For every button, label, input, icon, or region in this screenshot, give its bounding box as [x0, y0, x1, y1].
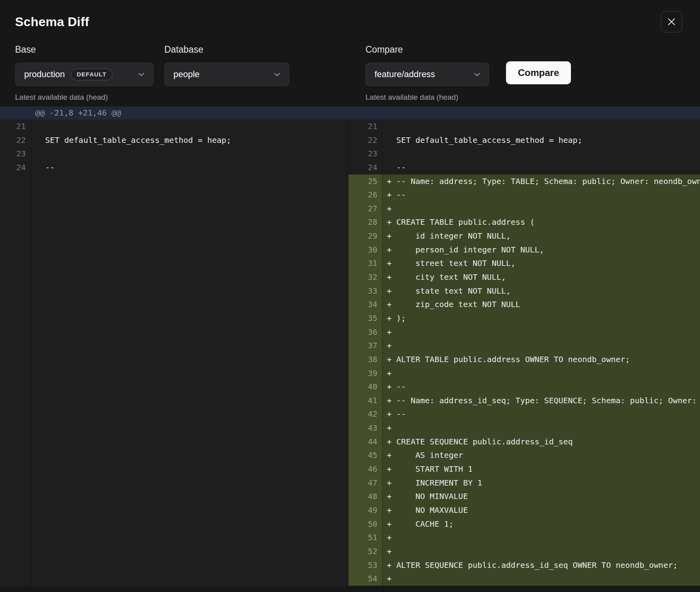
base-select[interactable]: production DEFAULT [15, 63, 154, 86]
pane-filler [0, 175, 348, 586]
diff-right-pane: 21 22 SET default_table_access_method = … [348, 120, 700, 586]
line-content: + ALTER TABLE public.address OWNER TO ne… [382, 353, 700, 366]
base-hint: Latest available data (head) [15, 93, 154, 102]
diff-line: 38+ ALTER TABLE public.address OWNER TO … [348, 353, 700, 366]
diff-line: 24 -- [0, 161, 348, 175]
line-number: 35 [348, 311, 382, 325]
line-content: + -- Name: address; Type: TABLE; Schema:… [382, 175, 700, 188]
line-number: 36 [348, 325, 382, 339]
line-number: 42 [348, 407, 382, 421]
line-content [31, 120, 348, 133]
line-content: + city text NOT NULL, [382, 270, 700, 284]
database-label: Database [164, 44, 289, 55]
diff-line: 54+ [348, 572, 700, 586]
database-column: Database people [164, 44, 289, 86]
diff-line: 51+ [348, 531, 700, 545]
diff-line: 34+ zip_code text NOT NULL [348, 298, 700, 311]
line-number: 44 [348, 435, 382, 449]
database-value: people [173, 69, 200, 80]
line-number: 45 [348, 448, 382, 462]
line-content: + state text NOT NULL, [382, 284, 700, 298]
diff-line: 39+ [348, 366, 700, 380]
base-value: production [24, 69, 65, 80]
line-number: 27 [348, 202, 382, 216]
diff-line: 36+ [348, 325, 700, 339]
close-icon [666, 17, 677, 27]
line-number: 43 [348, 421, 382, 435]
line-number: 25 [348, 175, 382, 188]
line-number: 24 [348, 161, 382, 175]
page-title: Schema Diff [15, 15, 89, 29]
diff-line: 26+ -- [348, 188, 700, 202]
line-content: + NO MAXVALUE [382, 503, 700, 517]
line-content: + START WITH 1 [382, 462, 700, 476]
line-content: + -- [382, 380, 700, 394]
diff-line: 49+ NO MAXVALUE [348, 503, 700, 517]
diff-line: 33+ state text NOT NULL, [348, 284, 700, 298]
diff-line: 31+ street text NOT NULL, [348, 256, 700, 270]
line-content: + -- [382, 188, 700, 202]
controls-bar: Base production DEFAULT Latest available… [0, 41, 700, 102]
modal-header: Schema Diff [0, 0, 700, 41]
line-content: + zip_code text NOT NULL [382, 298, 700, 311]
line-content: + [382, 339, 700, 353]
line-number: 51 [348, 531, 382, 545]
line-content: + [382, 325, 700, 339]
diff-line: 23 [348, 147, 700, 161]
compare-button[interactable]: Compare [506, 61, 571, 84]
diff-line: 25+ -- Name: address; Type: TABLE; Schem… [348, 175, 700, 188]
diff-line: 45+ AS integer [348, 448, 700, 462]
diff-line: 22 SET default_table_access_method = hea… [0, 133, 348, 147]
line-content: + [382, 572, 700, 586]
line-content: + CREATE SEQUENCE public.address_id_seq [382, 435, 700, 449]
line-content [382, 147, 700, 161]
line-content: + INCREMENT BY 1 [382, 476, 700, 490]
diff-line: 23 [0, 147, 348, 161]
diff-line: 21 [348, 120, 700, 133]
diff-line: 41+ -- Name: address_id_seq; Type: SEQUE… [348, 394, 700, 408]
line-number: 34 [348, 298, 382, 311]
default-badge: DEFAULT [71, 68, 112, 80]
line-number: 23 [348, 147, 382, 161]
line-content: + id integer NOT NULL, [382, 229, 700, 243]
database-select[interactable]: people [164, 63, 289, 86]
line-content: + [382, 545, 700, 558]
line-number: 52 [348, 545, 382, 558]
line-number: 21 [348, 120, 382, 133]
diff-line: 28+ CREATE TABLE public.address ( [348, 215, 700, 229]
diff-line: 27+ [348, 202, 700, 216]
diff-left-pane: 21 22 SET default_table_access_method = … [0, 120, 348, 586]
line-content: + [382, 202, 700, 216]
line-number: 41 [348, 394, 382, 408]
close-button[interactable] [661, 11, 682, 32]
diff-line: 48+ NO MINVALUE [348, 490, 700, 503]
line-number: 22 [0, 133, 31, 147]
line-content [31, 147, 348, 161]
compare-select[interactable]: feature/address [365, 63, 489, 86]
line-number: 24 [0, 161, 31, 175]
compare-column: Compare feature/address Latest available… [365, 44, 489, 102]
diff-line: 30+ person_id integer NOT NULL, [348, 243, 700, 257]
diff-line: 40+ -- [348, 380, 700, 394]
line-number: 21 [0, 120, 31, 133]
base-column: Base production DEFAULT Latest available… [15, 44, 154, 102]
line-content: + CACHE 1; [382, 517, 700, 531]
line-number: 49 [348, 503, 382, 517]
line-content: + -- Name: address_id_seq; Type: SEQUENC… [382, 394, 700, 408]
line-number: 22 [348, 133, 382, 147]
diff-line: 37+ [348, 339, 700, 353]
line-content: SET default_table_access_method = heap; [382, 133, 700, 147]
line-number: 31 [348, 256, 382, 270]
diff-line: 22 SET default_table_access_method = hea… [348, 133, 700, 147]
schema-diff-modal: Schema Diff Base production DEFAULT [0, 0, 700, 586]
line-content: + [382, 421, 700, 435]
line-content [382, 120, 700, 133]
diff-line: 24 -- [348, 161, 700, 175]
line-content: + [382, 366, 700, 380]
line-number: 29 [348, 229, 382, 243]
hunk-header-right [348, 106, 700, 120]
base-label: Base [15, 44, 154, 55]
line-content: SET default_table_access_method = heap; [31, 133, 348, 147]
line-number: 50 [348, 517, 382, 531]
line-number: 54 [348, 572, 382, 586]
